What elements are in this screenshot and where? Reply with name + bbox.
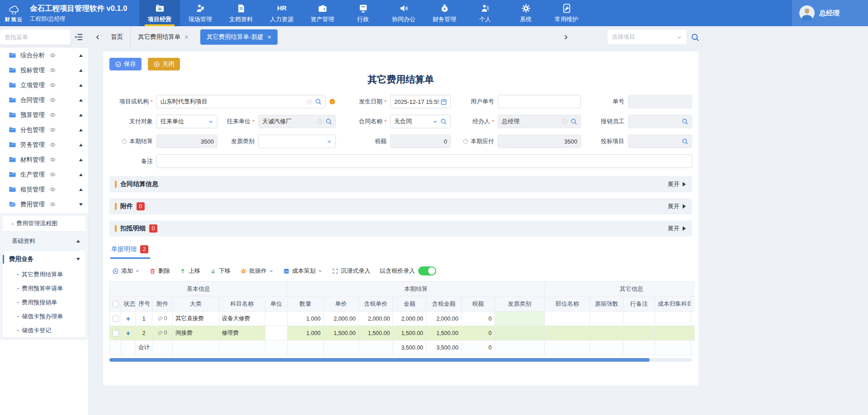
row-remark-cell[interactable] [623, 326, 655, 340]
vendor-input[interactable] [258, 115, 336, 128]
invoice-type-cell[interactable] [495, 312, 545, 326]
part-name-cell[interactable] [545, 312, 590, 326]
eye-icon[interactable] [49, 52, 56, 59]
amount-tax-cell[interactable]: 1,500.00 [426, 326, 462, 340]
part-name-cell[interactable] [545, 326, 590, 340]
close-tab-icon[interactable]: × [268, 34, 271, 40]
tab-2[interactable]: 其它费用结算单-新建× [200, 29, 278, 45]
tax-cell[interactable]: 0 [461, 312, 495, 326]
category-cell[interactable]: 其它直接费 [173, 312, 219, 326]
sidebar-folder-费用管理[interactable]: 费用管理 [0, 197, 88, 212]
chevron-down-icon[interactable] [432, 119, 438, 125]
status-cell[interactable]: + [121, 312, 136, 326]
batch-button[interactable]: 批操作 [240, 267, 274, 275]
cost-subject-cell[interactable] [655, 312, 691, 326]
collapse-up-icon[interactable] [79, 129, 83, 131]
clear-icon[interactable] [306, 98, 313, 105]
section-contract-settle-info[interactable]: 合同结算信息展开 [109, 176, 692, 192]
amount-tax-cell[interactable]: 2,000.00 [426, 312, 462, 326]
search-icon[interactable] [440, 118, 447, 125]
eye-icon[interactable] [49, 171, 56, 178]
select-all-checkbox[interactable] [113, 301, 119, 307]
nav-item-asset[interactable]: 资产管理 [302, 0, 343, 26]
sidebar-folder-生产管理[interactable]: 生产管理 [0, 167, 88, 182]
sidebar-folder-合同管理[interactable]: 合同管理 [0, 93, 88, 107]
collapse-up-icon[interactable] [79, 54, 83, 57]
eye-icon[interactable] [49, 126, 56, 133]
tab-detail[interactable]: 单据明细 2 [110, 245, 150, 259]
tabs-back-icon[interactable] [92, 33, 104, 42]
seq-cell[interactable]: 1 [136, 312, 152, 326]
section-deduction-detail[interactable]: 扣抵明细0展开 [109, 220, 692, 237]
search-icon[interactable] [570, 118, 577, 125]
org-input[interactable] [156, 95, 326, 108]
attachment-cell[interactable]: 0 [152, 312, 173, 326]
price-tax-cell[interactable]: 2,000.00 [359, 312, 393, 326]
remark-input[interactable] [156, 154, 692, 168]
nav-item-system[interactable]: 系统 [505, 0, 546, 26]
tab-0[interactable]: 首页 [104, 26, 130, 48]
sidebar-item-费用预算申请单[interactable]: ·费用预算申请单 [3, 281, 85, 295]
row-checkbox[interactable] [113, 316, 119, 322]
amount-cell[interactable]: 2,000.00 [393, 312, 426, 326]
ticket-count-cell[interactable] [590, 326, 623, 340]
eye-icon[interactable] [49, 97, 56, 103]
row-remark-cell[interactable] [623, 312, 655, 326]
sidebar-item-base-data[interactable]: 基础资料 [3, 234, 85, 248]
nav-item-site[interactable]: 现场管理 [180, 0, 221, 26]
sidebar-folder-劳务管理[interactable]: 劳务管理 [0, 137, 88, 152]
collapse-up-icon[interactable] [79, 69, 83, 72]
clear-icon[interactable] [316, 118, 323, 125]
project-search-icon[interactable] [690, 33, 700, 42]
eye-icon[interactable] [49, 201, 56, 208]
nav-item-finance[interactable]: ¥财务管理 [424, 0, 465, 26]
amount-cell[interactable]: 1,500.00 [393, 326, 426, 340]
close-tab-icon[interactable]: × [185, 34, 189, 40]
nav-item-project[interactable]: 项目经营 [139, 0, 180, 26]
sidebar-folder-材料管理[interactable]: 材料管理 [0, 152, 88, 167]
price-tax-cell[interactable]: 1,500.00 [359, 326, 393, 340]
status-cell[interactable]: + [121, 326, 136, 340]
category-cell[interactable]: 间接费 [173, 326, 219, 340]
sidebar-folder-分包管理[interactable]: 分包管理 [0, 122, 88, 137]
calendar-icon[interactable] [440, 98, 447, 105]
delete-button[interactable]: 删除 [149, 267, 170, 275]
sidebar-item-其它费用结算单[interactable]: ·其它费用结算单 [3, 267, 85, 281]
sidebar-folder-立项管理[interactable]: 立项管理 [0, 78, 88, 93]
invoice-type-cell[interactable] [495, 326, 545, 340]
sidebar-group-fee-business[interactable]: 费用业务 [3, 251, 85, 267]
collapse-up-icon[interactable] [79, 159, 83, 161]
nav-item-personal[interactable]: 个人 [465, 0, 505, 26]
collapse-up-icon[interactable] [79, 173, 83, 176]
price-cell[interactable]: 2,000.00 [323, 312, 359, 326]
unit-cell[interactable] [265, 326, 287, 340]
chevron-down-icon[interactable] [208, 119, 214, 125]
close-button[interactable]: 关闭 [148, 58, 180, 70]
agent-input[interactable] [498, 115, 581, 128]
price-cell[interactable]: 1,500.00 [323, 326, 359, 340]
tax-cell[interactable]: 0 [461, 326, 495, 340]
nav-item-docs[interactable]: 文档资料 [221, 0, 261, 26]
sidebar-folder-投标管理[interactable]: 投标管理 [0, 63, 88, 78]
sidebar-item-费用预报销单[interactable]: ·费用预报销单 [3, 295, 85, 309]
nav-item-hr[interactable]: HR人力资源 [261, 0, 302, 26]
subject-cell[interactable]: 修理费 [219, 326, 265, 340]
date-input[interactable] [390, 95, 451, 108]
sidebar-item-fee-flow-chart[interactable]: · 费用管理流程图 [3, 216, 85, 231]
search-icon[interactable] [681, 138, 689, 145]
collapse-up-icon[interactable] [79, 99, 83, 102]
bid-project-input[interactable] [628, 135, 692, 148]
nav-item-admin[interactable]: 行政 [343, 0, 383, 26]
clear-icon[interactable] [561, 118, 568, 125]
sidebar-folder-综合分析[interactable]: 综合分析 [0, 48, 88, 63]
menu-search-input[interactable] [5, 34, 66, 41]
search-icon[interactable] [681, 118, 689, 125]
contract-select[interactable]: 无合同 [390, 115, 451, 128]
collapse-up-icon[interactable] [79, 114, 83, 117]
invoice-type-select[interactable] [258, 135, 336, 148]
collapse-down-icon[interactable] [79, 203, 83, 206]
scrollbar-thumb[interactable] [109, 358, 650, 362]
menu-search[interactable] [0, 29, 71, 45]
chevron-down-icon[interactable] [326, 139, 332, 145]
user-no-input[interactable] [498, 95, 581, 108]
